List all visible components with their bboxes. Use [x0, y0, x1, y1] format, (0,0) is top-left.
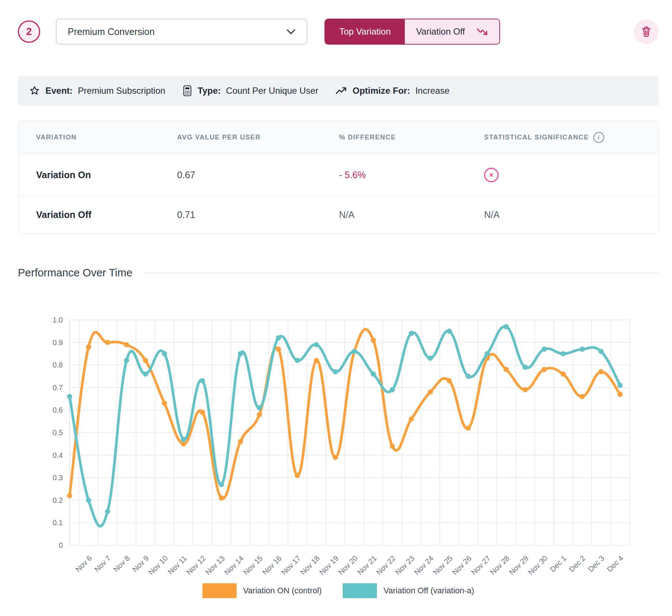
svg-text:Nov 13: Nov 13 — [204, 554, 226, 576]
row-avg-value: 0.67 — [177, 170, 339, 180]
svg-text:0.3: 0.3 — [52, 474, 63, 482]
svg-text:Nov 15: Nov 15 — [242, 554, 264, 576]
svg-text:0.2: 0.2 — [52, 496, 63, 504]
col-significance-label: STATISTICAL SIGNIFICANCE — [484, 134, 589, 141]
star-icon — [29, 85, 40, 96]
svg-text:Nov 16: Nov 16 — [261, 554, 283, 576]
results-table: VARIATION AVG VALUE PER USER % DIFFERENC… — [18, 121, 659, 234]
svg-text:Nov 11: Nov 11 — [166, 554, 188, 576]
legend-item-variation-on[interactable]: Variation ON (control) — [202, 583, 322, 598]
svg-text:Nov 14: Nov 14 — [223, 554, 245, 576]
svg-text:0.9: 0.9 — [52, 339, 63, 347]
svg-text:Dec 1: Dec 1 — [548, 554, 568, 574]
delete-metric-button[interactable] — [634, 19, 659, 44]
svg-text:Nov 24: Nov 24 — [413, 554, 435, 576]
svg-text:Nov 19: Nov 19 — [318, 554, 340, 576]
trend-up-icon — [335, 86, 347, 95]
svg-text:Nov 8: Nov 8 — [112, 554, 131, 574]
svg-text:0: 0 — [59, 541, 63, 549]
svg-text:Nov 20: Nov 20 — [337, 554, 359, 576]
trash-icon — [640, 25, 653, 38]
optimize-value: Increase — [415, 86, 449, 96]
svg-text:Nov 29: Nov 29 — [508, 554, 530, 576]
optimize-label: Optimize For: — [352, 86, 410, 96]
table-row: Variation Off 0.71 N/A N/A — [18, 196, 658, 234]
performance-chart-canvas[interactable]: 00.10.20.30.40.50.60.70.80.91.0Nov 6Nov … — [41, 315, 659, 582]
legend-label: Variation ON (control) — [243, 586, 322, 596]
legend-label: Variation Off (variation-a) — [384, 586, 474, 596]
section-divider — [144, 273, 659, 273]
summary-type: Type: Count Per Unique User — [182, 85, 318, 97]
svg-text:0.1: 0.1 — [52, 519, 63, 527]
svg-text:Nov 22: Nov 22 — [375, 554, 397, 576]
not-significant-icon: ✕ — [484, 168, 499, 182]
svg-text:Nov 21: Nov 21 — [356, 554, 378, 576]
section-title: Performance Over Time — [18, 267, 132, 279]
col-significance: STATISTICAL SIGNIFICANCE i — [484, 132, 658, 143]
row-significance: ✕ — [484, 168, 658, 182]
svg-text:Nov 25: Nov 25 — [432, 554, 454, 576]
svg-text:Nov 30: Nov 30 — [527, 554, 549, 576]
top-variation-button[interactable]: Top Variation — [325, 19, 405, 44]
svg-text:Nov 12: Nov 12 — [185, 554, 207, 576]
svg-text:Nov 26: Nov 26 — [451, 554, 473, 576]
row-avg-value: 0.71 — [177, 209, 339, 220]
performance-section-header: Performance Over Time — [18, 267, 659, 279]
svg-text:Nov 17: Nov 17 — [280, 554, 302, 576]
summary-event: Event: Premium Subscription — [29, 85, 165, 96]
summary-optimize: Optimize For: Increase — [335, 86, 449, 96]
row-significance: N/A — [484, 209, 658, 220]
event-value: Premium Subscription — [78, 86, 165, 96]
legend-item-variation-off[interactable]: Variation Off (variation-a) — [343, 583, 474, 598]
svg-text:Nov 7: Nov 7 — [93, 554, 112, 574]
svg-text:0.7: 0.7 — [52, 384, 63, 392]
svg-text:Nov 6: Nov 6 — [74, 554, 93, 574]
svg-text:Dec 4: Dec 4 — [605, 554, 625, 574]
row-variation-name: Variation On — [36, 170, 177, 180]
col-avg-value: AVG VALUE PER USER — [177, 134, 339, 141]
metric-panel: 2 Premium Conversion Top Variation Varia… — [0, 0, 672, 598]
svg-text:0.6: 0.6 — [52, 406, 63, 414]
chart-legend: Variation ON (control) Variation Off (va… — [18, 583, 659, 598]
svg-text:1.0: 1.0 — [52, 316, 63, 324]
svg-text:Dec 3: Dec 3 — [586, 554, 606, 574]
svg-text:0.5: 0.5 — [52, 429, 63, 437]
svg-text:Nov 10: Nov 10 — [147, 554, 169, 576]
svg-text:Nov 18: Nov 18 — [299, 554, 321, 576]
top-variation-label: Top Variation — [339, 26, 391, 37]
table-row: Variation On 0.67 - 5.6% ✕ — [18, 154, 658, 196]
svg-text:Nov 27: Nov 27 — [470, 554, 492, 576]
variation-toggle: Top Variation Variation Off — [324, 19, 500, 45]
variation-off-button[interactable]: Variation Off — [405, 19, 499, 44]
results-table-header: VARIATION AVG VALUE PER USER % DIFFERENC… — [18, 121, 658, 154]
type-value: Count Per Unique User — [226, 86, 318, 96]
row-difference: N/A — [339, 209, 484, 220]
row-difference: - 5.6% — [339, 170, 484, 180]
metric-index-badge: 2 — [18, 20, 40, 43]
svg-text:0.8: 0.8 — [52, 361, 63, 369]
legend-swatch-teal — [343, 583, 377, 598]
metric-summary-bar: Event: Premium Subscription Type: Count … — [18, 76, 659, 106]
metric-dropdown-value: Premium Conversion — [68, 26, 154, 37]
col-difference: % DIFFERENCE — [339, 134, 484, 141]
event-label: Event: — [45, 86, 73, 96]
svg-text:Nov 23: Nov 23 — [394, 554, 416, 576]
svg-text:0.4: 0.4 — [52, 451, 63, 459]
calculator-icon — [182, 85, 192, 97]
svg-text:Dec 2: Dec 2 — [567, 554, 587, 574]
metric-dropdown[interactable]: Premium Conversion — [56, 19, 307, 45]
col-variation: VARIATION — [36, 134, 177, 141]
type-label: Type: — [198, 86, 221, 96]
row-variation-name: Variation Off — [36, 209, 177, 220]
info-icon[interactable]: i — [593, 132, 604, 143]
variation-off-label: Variation Off — [416, 26, 465, 37]
trend-down-icon — [476, 27, 488, 36]
legend-swatch-orange — [202, 583, 237, 598]
chevron-down-icon — [287, 29, 295, 35]
performance-chart: 00.10.20.30.40.50.60.70.80.91.0Nov 6Nov … — [18, 315, 659, 598]
svg-text:Nov 28: Nov 28 — [489, 554, 511, 576]
metric-header-row: 2 Premium Conversion Top Variation Varia… — [18, 18, 659, 45]
